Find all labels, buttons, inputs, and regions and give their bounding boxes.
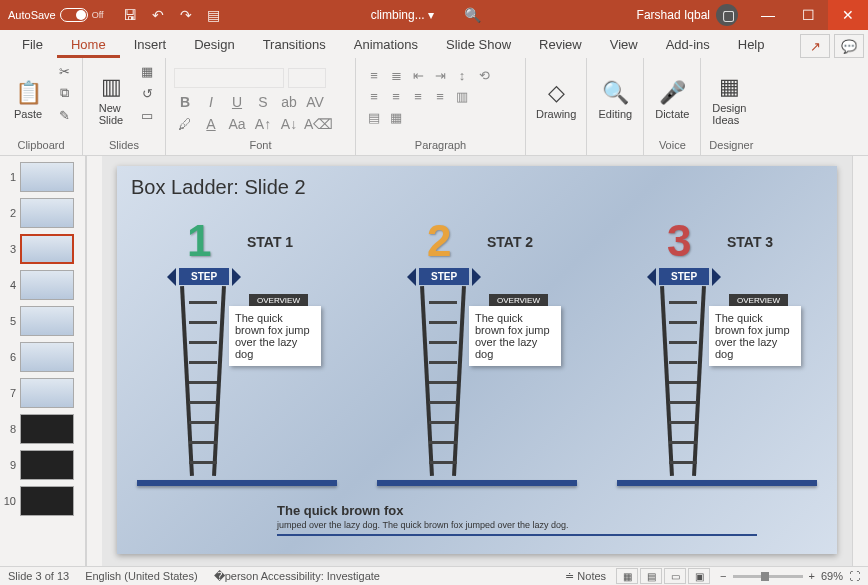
layout-icon[interactable]: ▦ [137,62,157,80]
canvas-scrollbar[interactable] [852,156,868,566]
tab-animations[interactable]: Animations [340,31,432,58]
thumbnail[interactable]: 6 [2,342,83,372]
thumbnail[interactable]: 2 [2,198,83,228]
columns-icon[interactable]: ▥ [452,89,472,104]
stat-label: STAT 3 [727,234,773,250]
highlight-icon[interactable]: A [200,116,222,132]
thumbnail[interactable]: 1 [2,162,83,192]
thumbnail[interactable]: 8 [2,414,83,444]
tab-help[interactable]: Help [724,31,779,58]
tab-view[interactable]: View [596,31,652,58]
normal-view-icon[interactable]: ▦ [616,568,638,584]
reset-icon[interactable]: ↺ [137,84,157,102]
group-label: Slides [91,137,157,155]
clear-format-icon[interactable]: A⌫ [304,116,326,132]
thumbnail[interactable]: 5 [2,306,83,336]
italic-button[interactable]: I [200,94,222,110]
autosave-label: AutoSave [8,9,56,21]
drawing-button[interactable]: ◇ Drawing [534,62,578,137]
change-case-icon[interactable]: Aa [226,116,248,132]
thumbnail[interactable]: 7 [2,378,83,408]
text-direction-icon[interactable]: ⟲ [474,68,494,83]
fit-window-icon[interactable]: ⛶ [849,570,860,582]
tab-file[interactable]: File [8,31,57,58]
filename[interactable]: climbing... [371,8,425,22]
design-ideas-icon: ▦ [719,74,740,100]
char-spacing-icon[interactable]: AV [304,94,326,110]
sorter-view-icon[interactable]: ▤ [640,568,662,584]
slide-thumbnails[interactable]: 12345678910 [0,156,86,566]
thumbnail[interactable]: 3 [2,234,83,264]
search-icon[interactable]: 🔍 [464,7,481,23]
thumbnail[interactable]: 10 [2,486,83,516]
comments-icon[interactable]: 💬 [834,34,864,58]
save-icon[interactable]: 🖫 [120,5,140,25]
strike-button[interactable]: S [252,94,274,110]
tab-add-ins[interactable]: Add-ins [652,31,724,58]
tab-review[interactable]: Review [525,31,596,58]
line-spacing-icon[interactable]: ↕ [452,68,472,83]
stat-number: 2 [427,216,451,266]
slideshow-view-icon[interactable]: ▣ [688,568,710,584]
user-name[interactable]: Farshad Iqbal [637,8,710,22]
present-icon[interactable]: ▤ [204,5,224,25]
copy-icon[interactable]: ⧉ [54,84,74,102]
format-painter-icon[interactable]: ✎ [54,106,74,124]
tab-slide-show[interactable]: Slide Show [432,31,525,58]
cut-icon[interactable]: ✂ [54,62,74,80]
paste-button[interactable]: 📋 Paste [8,62,48,137]
grow-font-icon[interactable]: A↑ [252,116,274,132]
group-label: Font [174,137,347,155]
align-left-icon[interactable]: ≡ [364,89,384,104]
language-button[interactable]: English (United States) [85,570,198,582]
font-color-icon[interactable]: 🖊 [174,116,196,132]
zoom-out-button[interactable]: − [720,570,726,582]
smartart-icon[interactable]: ▦ [386,110,406,125]
thumbnail[interactable]: 4 [2,270,83,300]
tab-home[interactable]: Home [57,31,120,58]
justify-icon[interactable]: ≡ [430,89,450,104]
maximize-icon[interactable]: ☐ [788,0,828,30]
slide-indicator[interactable]: Slide 3 of 13 [8,570,69,582]
zoom-in-button[interactable]: + [809,570,815,582]
indent-dec-icon[interactable]: ⇤ [408,68,428,83]
minimize-icon[interactable]: — [748,0,788,30]
shadow-button[interactable]: ab [278,94,300,110]
autosave-toggle[interactable] [60,8,88,22]
find-icon: 🔍 [602,80,629,106]
align-text-icon[interactable]: ▤ [364,110,384,125]
redo-icon[interactable]: ↷ [176,5,196,25]
align-center-icon[interactable]: ≡ [386,89,406,104]
zoom-slider[interactable] [733,575,803,578]
underline-button[interactable]: U [226,94,248,110]
overview-card: The quick brown fox jump over the lazy d… [709,306,801,366]
ladder-graphic [183,286,223,476]
design-ideas-button[interactable]: ▦ Design Ideas [709,62,749,137]
undo-icon[interactable]: ↶ [148,5,168,25]
align-right-icon[interactable]: ≡ [408,89,428,104]
notes-button[interactable]: ≐ Notes [565,570,606,583]
close-icon[interactable]: ✕ [828,0,868,30]
tab-transitions[interactable]: Transitions [249,31,340,58]
dictate-button[interactable]: 🎤 Dictate [652,62,692,137]
slide-canvas[interactable]: Box Ladder: Slide 2 1STAT 1STEPOVERVIEWT… [117,166,837,554]
editing-button[interactable]: 🔍 Editing [595,62,635,137]
accessibility-button[interactable]: �person Accessibility: Investigate [214,570,380,583]
bold-button[interactable]: B [174,94,196,110]
thumbnail[interactable]: 9 [2,450,83,480]
thumb-scrollbar[interactable] [86,156,102,566]
zoom-level[interactable]: 69% [821,570,843,582]
tab-insert[interactable]: Insert [120,31,181,58]
ladder-graphic [663,286,703,476]
tab-design[interactable]: Design [180,31,248,58]
share-icon[interactable]: ↗ [800,34,830,58]
new-slide-button[interactable]: ▥ New Slide [91,62,131,137]
new-slide-icon: ▥ [101,74,122,100]
shrink-font-icon[interactable]: A↓ [278,116,300,132]
numbering-icon[interactable]: ≣ [386,68,406,83]
section-icon[interactable]: ▭ [137,106,157,124]
indent-inc-icon[interactable]: ⇥ [430,68,450,83]
reading-view-icon[interactable]: ▭ [664,568,686,584]
ribbon-options-icon[interactable]: ▢ [708,0,748,30]
bullets-icon[interactable]: ≡ [364,68,384,83]
